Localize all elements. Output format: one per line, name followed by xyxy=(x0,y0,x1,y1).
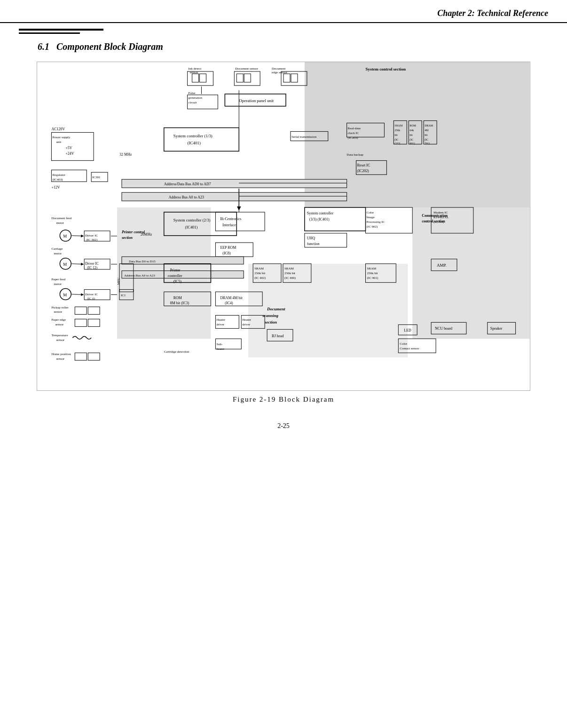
svg-text:System control section: System control section xyxy=(366,67,406,71)
svg-text:32 MHz: 32 MHz xyxy=(119,152,132,157)
svg-rect-181 xyxy=(75,307,87,315)
svg-text:M: M xyxy=(63,262,67,267)
svg-text:(IC5): (IC5) xyxy=(173,279,182,284)
svg-rect-78 xyxy=(122,192,347,201)
svg-text:bit: bit xyxy=(394,134,398,136)
svg-text:(IC 12): (IC 12) xyxy=(87,266,97,270)
svg-text:SRAM: SRAM xyxy=(254,267,264,270)
svg-text:IC1: IC1 xyxy=(121,293,126,297)
svg-text:LED: LED xyxy=(404,328,411,332)
svg-rect-84 xyxy=(215,212,265,231)
svg-rect-24 xyxy=(284,74,290,82)
svg-text:Serial transmission: Serial transmission xyxy=(291,135,317,139)
svg-rect-76 xyxy=(122,179,347,188)
deco-lines xyxy=(19,29,548,34)
svg-text:64k: 64k xyxy=(410,129,414,132)
svg-rect-186 xyxy=(88,319,100,326)
svg-text:Printer: Printer xyxy=(170,268,181,272)
svg-text:(3/3) (IC401): (3/3) (IC401) xyxy=(309,217,330,222)
svg-text:Document feed: Document feed xyxy=(51,216,71,220)
svg-text:Speaker: Speaker xyxy=(490,326,503,331)
svg-text:heater: heater xyxy=(216,347,225,351)
svg-rect-19 xyxy=(236,74,243,82)
svg-text:Address Bus A0 to A23: Address Bus A0 to A23 xyxy=(124,274,155,277)
svg-text:UHQ: UHQ xyxy=(307,236,315,240)
svg-text:(IC 902): (IC 902) xyxy=(366,225,378,229)
svg-text:Color: Color xyxy=(366,211,374,214)
svg-text:(IC401): (IC401) xyxy=(188,141,201,145)
svg-text:(IC: (IC xyxy=(410,138,413,142)
svg-text:M: M xyxy=(63,234,67,238)
diagram-container: System control section Communication con… xyxy=(25,62,542,404)
svg-line-194 xyxy=(71,264,83,264)
svg-text:sensor: sensor xyxy=(56,338,64,342)
svg-text:System controller: System controller xyxy=(307,211,334,215)
svg-text:Processing IC: Processing IC xyxy=(366,220,385,224)
svg-text:SRAM: SRAM xyxy=(367,267,376,270)
svg-line-193 xyxy=(71,236,83,236)
svg-text:driver: driver xyxy=(216,323,224,326)
svg-text:256k bit: 256k bit xyxy=(367,271,378,275)
svg-text:Reset IC: Reset IC xyxy=(357,163,370,167)
svg-rect-20 xyxy=(244,74,251,82)
svg-text:motor: motor xyxy=(54,282,62,286)
svg-text:bit: bit xyxy=(425,134,428,136)
svg-rect-44 xyxy=(164,128,239,151)
svg-text:Pickup roller: Pickup roller xyxy=(51,306,69,309)
svg-text:(IC701): (IC701) xyxy=(433,220,444,224)
svg-text:(IC8): (IC8) xyxy=(222,251,231,255)
svg-text:8M bit (IC3): 8M bit (IC3) xyxy=(170,301,189,305)
svg-text:section: section xyxy=(121,236,133,240)
deco-line-2 xyxy=(19,32,80,34)
svg-text:Document: Document xyxy=(272,67,285,71)
svg-text:20MHz: 20MHz xyxy=(141,232,152,237)
svg-text:Heater: Heater xyxy=(242,318,251,322)
svg-text:(IC 406): (IC 406) xyxy=(284,276,296,280)
svg-text:+12V: +12V xyxy=(51,185,60,190)
section-title: 6.1 Component Block Diagram xyxy=(38,41,529,52)
svg-text:(IC202): (IC202) xyxy=(357,169,370,173)
svg-rect-191 xyxy=(75,353,87,360)
section-number: 6.1 xyxy=(38,41,49,52)
svg-text:701): 701) xyxy=(425,142,430,145)
svg-text:SRAM: SRAM xyxy=(394,124,403,127)
svg-line-195 xyxy=(71,294,83,295)
svg-text:Regulator: Regulator xyxy=(52,173,65,177)
svg-text:Carriage: Carriage xyxy=(51,247,63,251)
svg-text:bit: bit xyxy=(410,134,413,136)
svg-text:Contact sensor: Contact sensor xyxy=(400,347,419,350)
svg-text:M: M xyxy=(63,293,67,297)
page-header: Chapter 2: Technical Reference xyxy=(0,0,567,23)
svg-text:(IC403): (IC403) xyxy=(52,178,63,182)
svg-text:Sub-: Sub- xyxy=(216,342,223,346)
svg-text:Power supply: Power supply xyxy=(52,135,71,139)
svg-text:sensor: sensor xyxy=(54,310,62,314)
svg-text:Bi-Centronics: Bi-Centronics xyxy=(220,217,241,221)
svg-text:sensor: sensor xyxy=(56,357,64,361)
svg-text:SRAM: SRAM xyxy=(284,267,294,270)
svg-text:Data Bus D0 to D15: Data Bus D0 to D15 xyxy=(129,260,156,263)
svg-text:(IC4): (IC4) xyxy=(225,301,233,305)
svg-text:Home position: Home position xyxy=(51,352,71,356)
svg-text:801): 801) xyxy=(410,142,415,145)
svg-text:Data backup: Data backup xyxy=(347,153,364,157)
svg-text:Interface: Interface xyxy=(222,223,236,227)
svg-text:IC301: IC301 xyxy=(92,175,101,179)
svg-text:Document: Document xyxy=(267,307,285,311)
svg-text:sensor: sensor xyxy=(55,323,63,326)
svg-text:256k bit: 256k bit xyxy=(284,271,295,275)
svg-text:function: function xyxy=(307,242,320,246)
svg-text:Address/Data Bus AD0 to AD7: Address/Data Bus AD0 to AD7 xyxy=(164,182,211,186)
svg-rect-2 xyxy=(412,207,529,339)
svg-text:Driver IC: Driver IC xyxy=(85,261,99,266)
svg-text:AC120V: AC120V xyxy=(51,127,65,131)
svg-text:clock IC: clock IC xyxy=(348,131,359,135)
svg-text:NCU board: NCU board xyxy=(435,326,452,331)
svg-text:(IC: (IC xyxy=(425,138,428,142)
svg-text:ROM: ROM xyxy=(173,296,182,300)
svg-text:System controller (2/3): System controller (2/3) xyxy=(173,218,211,222)
svg-text:Temperature: Temperature xyxy=(51,333,68,337)
svg-text:AMP.: AMP. xyxy=(437,263,447,268)
svg-text:(IC 402): (IC 402) xyxy=(254,276,266,280)
svg-text:motor: motor xyxy=(54,252,62,255)
